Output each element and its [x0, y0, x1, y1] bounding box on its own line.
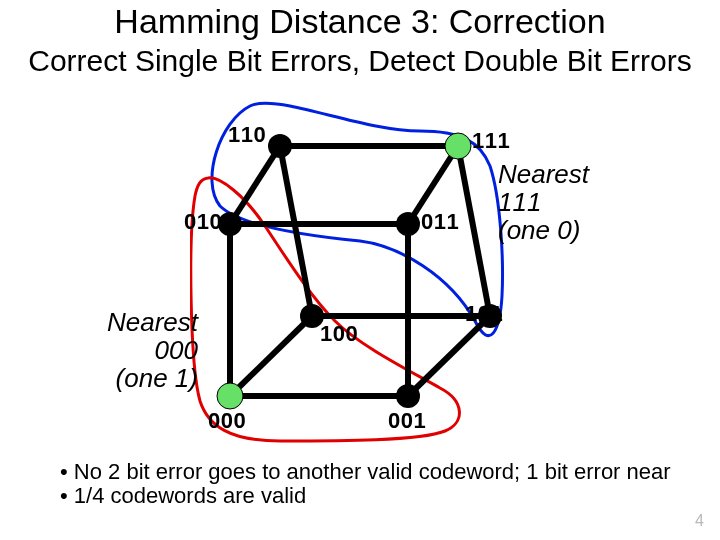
annotation-line: (one 0) — [498, 216, 589, 244]
page-title: Hamming Distance 3: Correction — [0, 2, 720, 41]
bullet-text: No 2 bit error goes to another valid cod… — [74, 459, 671, 484]
bullet-item: • 1/4 codewords are valid — [60, 484, 671, 508]
vertex-110 — [268, 134, 292, 158]
vertex-000 — [217, 383, 243, 409]
annotation-nearest-111: Nearest 111 (one 0) — [498, 160, 589, 244]
bullet-list: • No 2 bit error goes to another valid c… — [60, 460, 671, 508]
annotation-line: (one 1) — [88, 364, 198, 392]
label-100: 100 — [320, 321, 358, 347]
svg-line-5 — [458, 146, 490, 316]
label-101: 101 — [465, 301, 503, 327]
bullet-item: • No 2 bit error goes to another valid c… — [60, 460, 671, 484]
annotation-line: 111 — [498, 188, 589, 216]
label-010: 010 — [184, 209, 222, 235]
vertex-011 — [396, 212, 420, 236]
vertex-111 — [445, 133, 471, 159]
annotation-line: Nearest — [88, 308, 198, 336]
label-111: 111 — [472, 128, 510, 154]
slide: Hamming Distance 3: Correction Correct S… — [0, 0, 720, 540]
svg-line-11 — [408, 316, 490, 396]
cube-svg — [190, 96, 510, 446]
annotation-line: Nearest — [498, 160, 589, 188]
bullet-text: 1/4 codewords are valid — [74, 483, 306, 508]
cube-edges — [230, 146, 490, 396]
label-011: 011 — [421, 209, 459, 235]
vertex-001 — [396, 384, 420, 408]
label-110: 110 — [228, 122, 266, 148]
annotation-nearest-000: Nearest 000 (one 1) — [88, 308, 198, 392]
annotation-line: 000 — [88, 336, 198, 364]
page-subtitle: Correct Single Bit Errors, Detect Double… — [0, 44, 720, 78]
page-number: 4 — [695, 512, 704, 530]
label-000: 000 — [208, 408, 246, 434]
label-001: 001 — [388, 408, 426, 434]
svg-line-10 — [230, 316, 312, 396]
hamming-cube-diagram: 110 111 010 011 100 101 000 001 — [190, 96, 510, 446]
